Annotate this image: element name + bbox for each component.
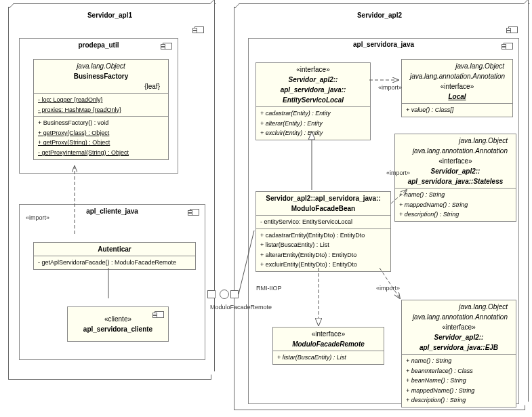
component-icon	[508, 26, 518, 33]
fr-op-0: + listar(BuscaEntity) : List	[277, 353, 380, 363]
es-name: EntityServicoLocal	[260, 95, 366, 105]
ejb-op-3: + mappedName() : String	[406, 386, 512, 396]
ejb-op-0: + name() : String	[406, 356, 512, 366]
label-import-3: «import»	[386, 170, 410, 176]
bf-tag: {leaf}	[38, 81, 164, 92]
bf-op-0: + BusinessFactory() : void	[38, 118, 164, 128]
fb-attr-0: - entityServico: EntityServicoLocal	[260, 217, 386, 227]
label-rmi: RMI-IIOP	[256, 285, 282, 292]
fb-name: ModuloFacadeBean	[260, 203, 386, 214]
ejb-l1: Servidor_apl2::	[406, 332, 512, 342]
sl-l1: Servidor_apl2::	[399, 166, 512, 176]
sc-stereotype: «cliente»	[70, 314, 165, 324]
bf-op-2: + getProxy(String) : Object	[38, 138, 164, 148]
es-op-0: + cadastrar(Entity) : Entity	[260, 108, 366, 119]
package-icon	[190, 209, 199, 216]
pkg-util-title: prodepa_util	[20, 39, 178, 52]
bf-op-1: + getProxy(Class) : Object	[38, 128, 164, 138]
package-prodepa-util: prodepa_util java.lang.Object BusinessFa…	[19, 38, 178, 174]
class-stateless-interface: java.lang.Object java.lang.annotation.An…	[394, 134, 516, 222]
fb-op-0: + cadastrarEntity(EntityDto) : EntityDto	[260, 231, 386, 241]
sl-p2: java.lang.annotation.Annotation	[399, 146, 512, 156]
sl-stereo: «interface»	[399, 156, 512, 166]
servidor-apl1-title: Servidor_apl1	[9, 7, 211, 23]
package-icon	[504, 43, 513, 49]
ejb-l2: apl_servidora_java::EJB	[406, 342, 512, 353]
class-local-interface: java.lang.Object java.lang.annotation.An…	[401, 59, 513, 117]
fb-op-3: + excluirEntity(EntityDto) : EntityDto	[260, 260, 386, 270]
class-business-factory: java.lang.Object BusinessFactory {leaf} …	[33, 59, 169, 160]
fr-name: ModuloFacadeRemote	[277, 339, 380, 349]
fb-op-1: + listar(BuscaEntity) : List	[260, 240, 386, 250]
servidor-apl2-title: Servidor_apl2	[234, 7, 525, 23]
package-apl-servidora-java-box: «interface» Servidor_apl2:: apl_servidor…	[248, 38, 519, 404]
package-apl-cliente-java: apl_cliente_java Autenticar - getAplServ…	[19, 204, 205, 360]
fr-stereo: «interface»	[277, 329, 380, 339]
li-p1: java.lang.Object	[406, 61, 508, 71]
li-name: Local	[406, 92, 508, 102]
port-circle	[220, 290, 229, 299]
ejb-stereo: «interface»	[406, 322, 512, 332]
li-stereo: «interface»	[406, 81, 508, 92]
class-apl-servidora-cliente: «cliente» apl_servidora_cliente	[67, 306, 169, 342]
class-modulo-facade-bean: Servidor_apl2::apl_servidora_java:: Modu…	[255, 191, 391, 272]
bf-op-3: - getProxyInternal(String) : Object	[38, 148, 164, 158]
label-import-1: «import»	[26, 214, 49, 221]
component-servidor-apl1: Servidor_apl1 prodepa_util java.lang.Obj…	[8, 7, 211, 380]
sc-name: apl_servidora_cliente	[70, 324, 165, 334]
label-import-4: «import»	[376, 285, 400, 292]
ejb-op-4: + description() : String	[406, 395, 512, 405]
ejb-p1: java.lang.Object	[406, 302, 512, 312]
aut-op-0: - getAplServidoraFacade() : ModuloFacade…	[38, 258, 191, 268]
sl-op-0: + name() : String	[399, 190, 512, 200]
port-right	[230, 290, 239, 298]
class-modulo-facade-remote: «interface» ModuloFacadeRemote + listar(…	[272, 327, 384, 365]
es-stereo: «interface»	[260, 64, 366, 75]
es-op-2: + excluir(Entity) : Entity	[260, 128, 366, 138]
sl-op-1: + mappedName() : String	[399, 200, 512, 210]
label-import-2: «import»	[378, 84, 402, 91]
fb-op-2: + alterarEntity(EntityDto) : EntityDto	[260, 250, 386, 260]
component-servidor-apl2: Servidor_apl2 apl_servidora_java «interf…	[234, 7, 525, 410]
sl-op-2: + description() : String	[399, 210, 512, 220]
class-entity-servico-local: «interface» Servidor_apl2:: apl_servidor…	[255, 62, 371, 140]
aut-name: Autenticar	[38, 244, 191, 254]
bf-name: BusinessFactory	[38, 71, 164, 81]
label-facade-remote: ModuloFacadeRemote	[210, 304, 272, 311]
component-icon	[195, 26, 204, 33]
li-p2: java.lang.annotation.Annotation	[406, 71, 508, 81]
port-left	[207, 290, 216, 298]
es-l2: apl_servidora_java::	[260, 85, 366, 95]
class-autenticar: Autenticar - getAplServidoraFacade() : M…	[33, 242, 196, 270]
ejb-op-2: + beanName() : String	[406, 376, 512, 386]
es-op-1: + alterar(Entity) : Entity	[260, 119, 366, 129]
li-op-0: + value() : Class[]	[406, 105, 508, 115]
bf-attr-0: - log: Logger {readOnly}	[38, 95, 164, 105]
bf-attr-1: - proxies: HashMap {readOnly}	[38, 105, 164, 115]
ejb-op-1: + beanInterface() : Class	[406, 366, 512, 376]
sl-p1: java.lang.Object	[399, 136, 512, 146]
class-icon	[155, 311, 164, 318]
sl-l2: apl_servidora_java::Stateless	[399, 176, 512, 186]
ejb-p2: java.lang.annotation.Annotation	[406, 312, 512, 322]
bf-parent: java.lang.Object	[38, 61, 164, 71]
es-l1: Servidor_apl2::	[260, 75, 366, 85]
package-icon	[163, 43, 172, 49]
fb-l1: Servidor_apl2::apl_servidora_java::	[260, 193, 386, 203]
class-ejb-interface: java.lang.Object java.lang.annotation.An…	[401, 300, 516, 408]
